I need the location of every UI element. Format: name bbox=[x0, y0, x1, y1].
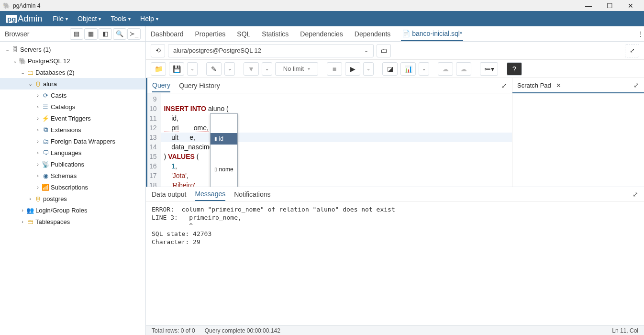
maximize-button[interactable]: ☐ bbox=[599, 2, 620, 10]
connection-reset-button[interactable]: ⟲ bbox=[151, 44, 165, 57]
column-icon: ▮ bbox=[214, 134, 217, 144]
tab-data-output[interactable]: Data output bbox=[152, 190, 186, 198]
menubar: pgAdmin File▾ Object▾ Tools▾ Help▾ bbox=[0, 11, 644, 26]
tree-schemas[interactable]: ›◉Schemas bbox=[0, 170, 145, 181]
tree-postgres-db[interactable]: ›🛢postgres bbox=[0, 193, 145, 204]
analyze-dropdown[interactable]: ⌄ bbox=[419, 62, 429, 76]
tree-login[interactable]: ›👥Login/Group Roles bbox=[0, 204, 145, 216]
tabs-overflow-icon[interactable]: ⋮ bbox=[637, 30, 644, 38]
edit-button[interactable]: ✎ bbox=[206, 62, 222, 76]
roles-icon: 👥 bbox=[26, 207, 34, 214]
filter-dropdown[interactable]: ⌄ bbox=[262, 62, 272, 76]
triggers-icon: ⚡ bbox=[41, 115, 50, 122]
scratch-title: Scratch Pad bbox=[517, 82, 551, 89]
fdw-icon: 🗂 bbox=[41, 138, 50, 145]
edit-dropdown[interactable]: ⌄ bbox=[224, 62, 235, 76]
explain-button[interactable]: ◪ bbox=[382, 62, 398, 76]
menu-object[interactable]: Object▾ bbox=[73, 11, 106, 26]
editor-panel: Query Query History ⤢ 9 10 11 12 13 14 1… bbox=[146, 78, 512, 187]
tree-fdw[interactable]: ›🗂Foreign Data Wrappers bbox=[0, 135, 145, 147]
filter-button[interactable]: ▼ bbox=[244, 62, 259, 76]
tree-subscriptions[interactable]: ›📶Subscriptions bbox=[0, 181, 145, 193]
commit-button[interactable]: ☁ bbox=[438, 62, 453, 76]
code-body[interactable]: INSERT INTO aluno ( id, pri ome, ult e, … bbox=[161, 93, 512, 187]
menu-help[interactable]: Help▾ bbox=[135, 11, 163, 26]
autocomplete-popup[interactable]: ▮id ▯nome bbox=[210, 113, 238, 187]
toolbar: 📁 💾 ⌄ ✎ ⌄ ▼ ⌄ No limit▾ ■ ▶ ⌄ ◪ 📊 ⌄ ☁ ☁ … bbox=[146, 60, 644, 78]
tree-extensions[interactable]: ›⧉Extensions bbox=[0, 124, 145, 135]
output-expand-icon[interactable]: ⤢ bbox=[633, 190, 638, 198]
minimize-button[interactable]: ― bbox=[578, 2, 599, 10]
object-tree[interactable]: ⌄🗄Servers (1) ⌄🐘PostgreSQL 12 ⌄🗃Database… bbox=[0, 42, 145, 335]
tab-messages[interactable]: Messages bbox=[195, 190, 225, 201]
schemas-icon: ◉ bbox=[41, 172, 50, 179]
stop-button[interactable]: ■ bbox=[327, 62, 342, 76]
macros-button[interactable]: ≔▾ bbox=[480, 62, 498, 76]
editor-expand-icon[interactable]: ⤢ bbox=[501, 82, 507, 89]
catalogs-icon: ☰ bbox=[41, 103, 50, 111]
tab-dependents[interactable]: Dependents bbox=[354, 27, 392, 41]
publications-icon: 📡 bbox=[41, 161, 50, 168]
tree-postgresql[interactable]: ⌄🐘PostgreSQL 12 bbox=[0, 55, 145, 67]
tree-languages[interactable]: ›🗨Languages bbox=[0, 147, 145, 158]
browser-btn-1[interactable]: ▤ bbox=[70, 28, 83, 40]
tab-dependencies[interactable]: Dependencies bbox=[299, 27, 344, 41]
tablespaces-icon: 🗃 bbox=[26, 218, 34, 225]
tab-notifications[interactable]: Notifications bbox=[234, 190, 270, 198]
tree-casts[interactable]: ›⟳Casts bbox=[0, 89, 145, 101]
window-title: pgAdmin 4 bbox=[13, 2, 40, 9]
tab-query[interactable]: Query bbox=[152, 81, 170, 92]
analyze-button[interactable]: 📊 bbox=[400, 62, 416, 76]
browser-terminal[interactable]: ≻_ bbox=[127, 28, 141, 40]
tab-statistics[interactable]: Statistics bbox=[261, 27, 289, 41]
tree-databases[interactable]: ⌄🗃Databases (2) bbox=[0, 67, 145, 78]
status-rows: Total rows: 0 of 0 bbox=[152, 327, 195, 334]
close-button[interactable]: ✕ bbox=[620, 2, 641, 10]
scratch-pad-header: Scratch Pad ✕ ⤢ bbox=[512, 78, 644, 93]
rollback-button[interactable]: ☁ bbox=[456, 62, 471, 76]
help-button[interactable]: ? bbox=[507, 62, 522, 76]
scratch-close-button[interactable]: ✕ bbox=[556, 82, 561, 89]
extensions-icon: ⧉ bbox=[41, 126, 50, 134]
elephant-icon: 🐘 bbox=[18, 57, 27, 65]
connection-db-button[interactable]: 🗃 bbox=[377, 44, 391, 57]
file-icon: 📄 bbox=[402, 30, 410, 37]
tab-dashboard[interactable]: Dashboard bbox=[150, 27, 185, 41]
autocomplete-item[interactable]: ▯nome bbox=[211, 164, 237, 175]
save-button[interactable]: 💾 bbox=[169, 62, 184, 76]
subscriptions-icon: 📶 bbox=[41, 184, 50, 191]
autocomplete-item[interactable]: ▮id bbox=[211, 133, 237, 145]
browser-btn-2[interactable]: ▦ bbox=[84, 28, 98, 40]
scratch-pad-panel: Scratch Pad ✕ ⤢ bbox=[512, 78, 644, 187]
tab-query-history[interactable]: Query History bbox=[179, 82, 220, 89]
tab-sql[interactable]: SQL bbox=[236, 27, 251, 41]
browser-btn-3[interactable]: ◧ bbox=[99, 28, 112, 40]
tree-event-triggers[interactable]: ›⚡Event Triggers bbox=[0, 112, 145, 124]
output-tabs: Data output Messages Notifications ⤢ bbox=[146, 187, 644, 201]
run-button[interactable]: ▶ bbox=[345, 62, 360, 76]
run-dropdown[interactable]: ⌄ bbox=[363, 62, 374, 76]
browser-search[interactable]: 🔍 bbox=[113, 28, 126, 40]
menu-tools[interactable]: Tools▾ bbox=[106, 11, 135, 26]
sql-editor[interactable]: 9 10 11 12 13 14 15 16 17 18 19 20 INSER… bbox=[147, 93, 512, 187]
browser-title: Browser bbox=[5, 30, 69, 38]
tree-servers[interactable]: ⌄🗄Servers (1) bbox=[0, 44, 145, 55]
fullscreen-button[interactable]: ⤢ bbox=[625, 44, 639, 57]
connection-select[interactable]: alura/postgres@PostgreSQL 12⌄ bbox=[168, 44, 374, 57]
scratch-expand-icon[interactable]: ⤢ bbox=[633, 81, 639, 89]
tree-alura[interactable]: ⌄🛢alura bbox=[0, 78, 145, 89]
save-dropdown[interactable]: ⌄ bbox=[187, 62, 198, 76]
tree-catalogs[interactable]: ›☰Catalogs bbox=[0, 101, 145, 112]
database-icon: 🗃 bbox=[26, 69, 34, 76]
tab-properties[interactable]: Properties bbox=[194, 27, 227, 41]
messages-output[interactable]: ERROR: column "primeiro_nome" of relatio… bbox=[146, 201, 644, 325]
limit-select[interactable]: No limit▾ bbox=[275, 62, 318, 76]
tab-file[interactable]: 📄 banco-inicial.sql* bbox=[401, 27, 463, 41]
menu-file[interactable]: File▾ bbox=[48, 11, 73, 26]
tree-publications[interactable]: ›📡Publications bbox=[0, 158, 145, 170]
open-button[interactable]: 📁 bbox=[151, 62, 166, 76]
tree-tablespaces[interactable]: ›🗃Tablespaces bbox=[0, 216, 145, 227]
main-tabs: Dashboard Properties SQL Statistics Depe… bbox=[146, 26, 644, 42]
editor-tabs: Query Query History ⤢ bbox=[147, 78, 512, 93]
connection-row: ⟲ alura/postgres@PostgreSQL 12⌄ 🗃 ⤢ bbox=[146, 42, 644, 60]
